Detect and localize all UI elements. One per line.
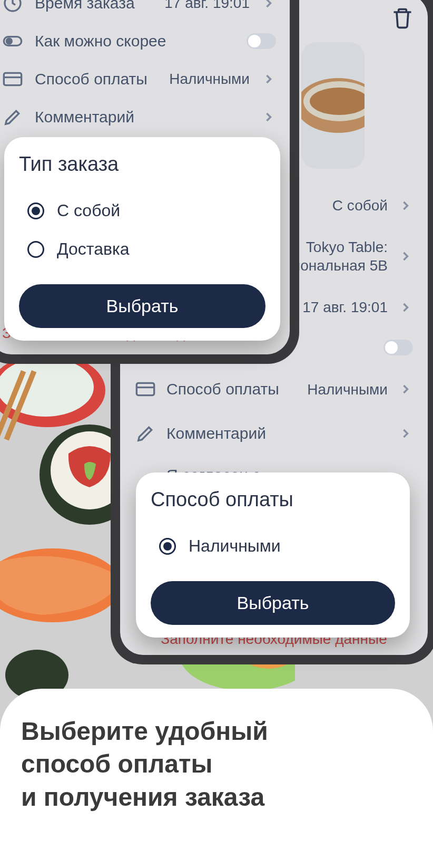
option-label: Наличными (189, 536, 281, 556)
radio-selected-icon (27, 202, 44, 219)
chevron-right-icon (398, 426, 413, 441)
payment-select-button[interactable]: Выбрать (151, 581, 395, 625)
time-value: 17 авг. 19:01 (164, 0, 250, 12)
comment-label: Комментарий (35, 108, 250, 126)
chevron-right-icon (261, 110, 276, 124)
pencil-icon (2, 107, 23, 128)
radio-selected-icon (159, 538, 176, 555)
chevron-right-icon (261, 0, 276, 11)
payment-modal-title: Способ оплаты (136, 488, 410, 527)
order-type-option-delivery[interactable]: Доставка (4, 230, 280, 268)
footer-panel: Выберите удобный способ оплаты и получен… (0, 689, 433, 868)
pencil-icon (135, 423, 156, 444)
payment-value: Наличными (307, 380, 388, 399)
option-label: Доставка (57, 239, 129, 259)
footer-line1: Выберите удобный (21, 717, 268, 745)
order-type-modal-title: Тип заказа (4, 153, 280, 191)
order-type-value: С собой (332, 196, 388, 215)
chevron-right-icon (398, 249, 413, 264)
time-row[interactable]: Время заказа 17 авг. 19:01 (0, 0, 290, 22)
product-card-partial[interactable] (301, 42, 365, 169)
asap-toggle[interactable] (247, 33, 276, 49)
payment-row[interactable]: Способ оплаты Наличными (0, 60, 290, 98)
toggle-icon (2, 31, 23, 52)
payment-option-cash[interactable]: Наличными (136, 527, 410, 565)
card-icon (2, 69, 23, 90)
order-type-option-takeaway[interactable]: С собой (4, 191, 280, 230)
card-icon (135, 379, 156, 400)
time-label: Время заказа (35, 0, 153, 12)
comment-row[interactable]: Комментарий (0, 98, 290, 136)
chevron-right-icon (398, 300, 413, 315)
asap-label: Как можно скорее (35, 32, 235, 50)
comment-label: Комментарий (166, 425, 388, 442)
footer-line2: способ оплаты (21, 750, 212, 778)
footer-line3: и получения заказа (21, 783, 264, 811)
payment-label: Способ оплаты (35, 70, 158, 88)
payment-row[interactable]: Способ оплаты Наличными (120, 367, 428, 411)
payment-value: Наличными (169, 71, 250, 88)
svg-rect-14 (136, 383, 154, 395)
footer-heading: Выберите удобный способ оплаты и получен… (21, 715, 412, 814)
comment-row[interactable]: Комментарий (120, 411, 428, 456)
chevron-right-icon (261, 72, 276, 86)
clock-icon (2, 0, 23, 14)
asap-toggle[interactable] (383, 340, 413, 355)
order-type-select-button[interactable]: Выбрать (19, 284, 265, 328)
radio-unselected-icon (27, 241, 44, 258)
order-type-modal: Тип заказа С собой Доставка Выбрать (4, 137, 280, 341)
svg-rect-18 (4, 73, 21, 85)
chevron-right-icon (398, 382, 413, 397)
payment-modal: Способ оплаты Наличными Выбрать (136, 472, 410, 638)
trash-icon[interactable] (391, 6, 414, 30)
asap-row[interactable]: Как можно скорее (0, 22, 290, 60)
chevron-right-icon (398, 198, 413, 213)
time-value: 17 авг. 19:01 (302, 298, 388, 316)
payment-label: Способ оплаты (166, 380, 297, 398)
svg-point-17 (6, 38, 12, 44)
option-label: С собой (57, 201, 120, 220)
